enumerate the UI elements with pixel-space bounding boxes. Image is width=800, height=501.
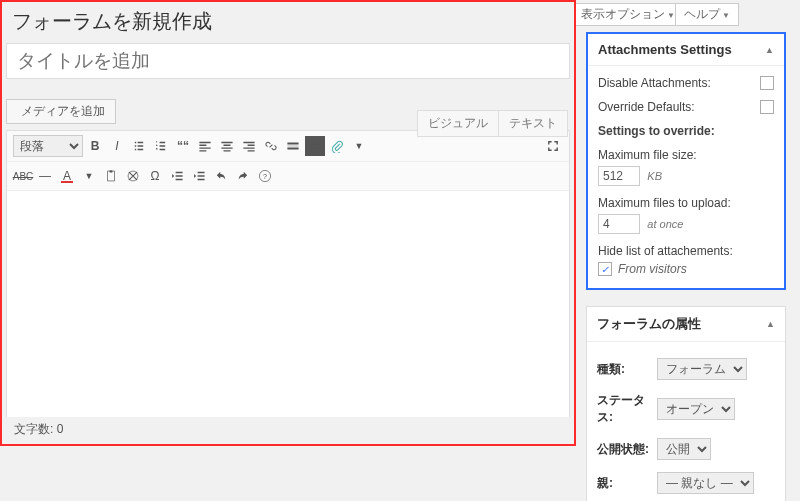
chevron-down-icon[interactable]: ▼ bbox=[349, 136, 369, 156]
visibility-label: 公開状態: bbox=[597, 441, 649, 458]
max-files-label: Maximum files to upload: bbox=[598, 196, 731, 210]
svg-text:?: ? bbox=[263, 173, 267, 180]
tab-text[interactable]: テキスト bbox=[498, 110, 568, 137]
parent-label: 親: bbox=[597, 475, 649, 492]
page-title: フォーラムを新規作成 bbox=[2, 2, 574, 43]
attachment-icon[interactable] bbox=[327, 136, 347, 156]
sidebar: Attachments Settings ▲ Disable Attachmen… bbox=[586, 32, 786, 501]
bullet-list-icon[interactable] bbox=[129, 136, 149, 156]
tab-visual[interactable]: ビジュアル bbox=[417, 110, 498, 137]
help-button[interactable]: ヘルプ bbox=[675, 3, 739, 26]
fullscreen-icon[interactable] bbox=[543, 136, 563, 156]
attachments-settings-panel: Attachments Settings ▲ Disable Attachmen… bbox=[586, 32, 786, 290]
special-char-icon[interactable]: Ω bbox=[145, 166, 165, 186]
outdent-icon[interactable] bbox=[167, 166, 187, 186]
editor-wrap: 段落 B I ““ bbox=[6, 130, 570, 425]
from-visitors-label: From visitors bbox=[618, 262, 687, 276]
hr-icon[interactable]: — bbox=[35, 166, 55, 186]
help-icon[interactable]: ? bbox=[255, 166, 275, 186]
word-count-value: 0 bbox=[57, 422, 64, 436]
disable-attachments-label: Disable Attachments: bbox=[598, 76, 711, 90]
collapse-icon: ▲ bbox=[765, 45, 774, 55]
hide-list-label: Hide list of attachements: bbox=[598, 244, 733, 258]
attachments-panel-toggle[interactable]: Attachments Settings ▲ bbox=[588, 34, 784, 66]
override-defaults-label: Override Defaults: bbox=[598, 100, 695, 114]
override-defaults-checkbox[interactable] bbox=[760, 100, 774, 114]
chevron-down-icon[interactable]: ▼ bbox=[79, 166, 99, 186]
read-more-icon[interactable] bbox=[283, 136, 303, 156]
clear-format-icon[interactable] bbox=[123, 166, 143, 186]
word-count-bar: 文字数: 0 bbox=[6, 417, 570, 442]
align-left-icon[interactable] bbox=[195, 136, 215, 156]
italic-icon[interactable]: I bbox=[107, 136, 127, 156]
format-select[interactable]: 段落 bbox=[13, 135, 83, 157]
toolbar-toggle-icon[interactable] bbox=[305, 136, 325, 156]
redo-icon[interactable] bbox=[233, 166, 253, 186]
screen-options-button[interactable]: 表示オプション bbox=[572, 3, 684, 26]
attributes-panel-title: フォーラムの属性 bbox=[597, 315, 701, 333]
add-media-button[interactable]: メディアを追加 bbox=[6, 99, 116, 124]
status-select[interactable]: オープン bbox=[657, 398, 735, 420]
text-color-icon[interactable]: A bbox=[57, 166, 77, 186]
attachments-panel-title: Attachments Settings bbox=[598, 42, 732, 57]
align-center-icon[interactable] bbox=[217, 136, 237, 156]
settings-to-override-label: Settings to override: bbox=[598, 124, 715, 138]
max-files-input[interactable] bbox=[598, 214, 640, 234]
word-count-label: 文字数: bbox=[14, 422, 53, 436]
undo-icon[interactable] bbox=[211, 166, 231, 186]
disable-attachments-checkbox[interactable] bbox=[760, 76, 774, 90]
number-list-icon[interactable] bbox=[151, 136, 171, 156]
parent-select[interactable]: — 親なし — bbox=[657, 472, 754, 494]
add-media-label: メディアを追加 bbox=[21, 103, 105, 120]
visibility-select[interactable]: 公開 bbox=[657, 438, 711, 460]
forum-attributes-panel: フォーラムの属性 ▲ 種類: フォーラム ステータス: オープン 公開状態: 公… bbox=[586, 306, 786, 501]
max-files-unit: at once bbox=[647, 218, 683, 230]
status-label: ステータス: bbox=[597, 392, 649, 426]
blockquote-icon[interactable]: ““ bbox=[173, 136, 193, 156]
attributes-panel-toggle[interactable]: フォーラムの属性 ▲ bbox=[587, 307, 785, 342]
type-label: 種類: bbox=[597, 361, 649, 378]
paste-text-icon[interactable] bbox=[101, 166, 121, 186]
bold-icon[interactable]: B bbox=[85, 136, 105, 156]
align-right-icon[interactable] bbox=[239, 136, 259, 156]
indent-icon[interactable] bbox=[189, 166, 209, 186]
max-file-size-input[interactable] bbox=[598, 166, 640, 186]
main-editor-area: フォーラムを新規作成 メディアを追加 ビジュアル テキスト 段落 B I ““ bbox=[0, 0, 576, 446]
max-file-size-unit: KB bbox=[647, 170, 662, 182]
from-visitors-checkbox[interactable]: ✓ bbox=[598, 262, 612, 276]
toolbar-row-2: ABC — A ▼ Ω ? bbox=[7, 162, 569, 191]
post-title-input[interactable] bbox=[6, 43, 570, 79]
collapse-icon: ▲ bbox=[766, 319, 775, 329]
editor-content-area[interactable] bbox=[7, 191, 569, 416]
link-icon[interactable] bbox=[261, 136, 281, 156]
strikethrough-icon[interactable]: ABC bbox=[13, 166, 33, 186]
type-select[interactable]: フォーラム bbox=[657, 358, 747, 380]
max-file-size-label: Maximum file size: bbox=[598, 148, 697, 162]
